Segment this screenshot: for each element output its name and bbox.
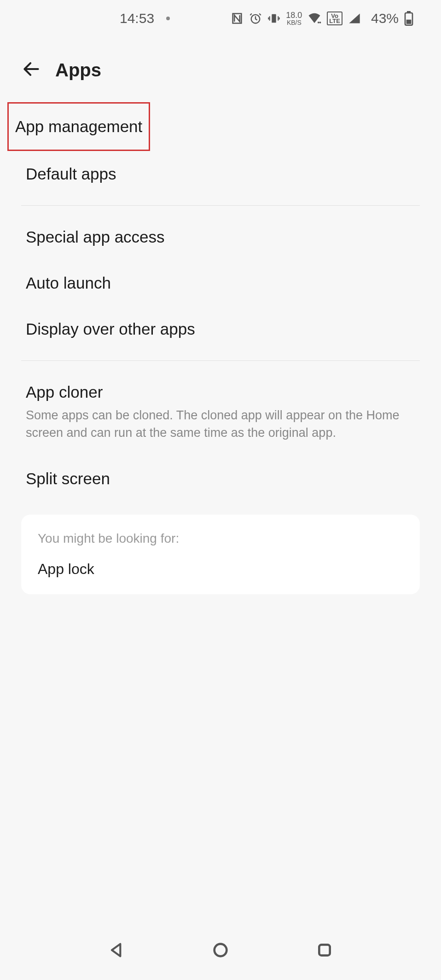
- settings-list: App management Default apps Special app …: [0, 98, 441, 599]
- list-item-app-cloner[interactable]: App cloner Some apps can be cloned. The …: [21, 369, 420, 456]
- vibrate-icon: [267, 12, 280, 25]
- list-item-subtitle: Some apps can be cloned. The cloned app …: [26, 407, 415, 442]
- battery-percent: 43%: [371, 11, 399, 26]
- signal-icon: [348, 12, 361, 24]
- svg-point-2: [318, 22, 319, 23]
- nav-back-icon[interactable]: [107, 941, 126, 959]
- status-dot-icon: [166, 17, 170, 20]
- svg-rect-5: [407, 11, 411, 13]
- battery-icon: [404, 11, 413, 26]
- svg-rect-6: [406, 20, 412, 24]
- status-bar: 14:53 18.0 KB/S VoLTE 43%: [0, 0, 441, 37]
- suggestion-card: You might be looking for: App lock: [21, 515, 420, 594]
- data-rate-indicator: 18.0 KB/S: [286, 11, 302, 26]
- list-item-label: Default apps: [26, 165, 415, 183]
- list-item-auto-launch[interactable]: Auto launch: [21, 260, 420, 306]
- volte-icon: VoLTE: [327, 12, 342, 25]
- list-item-default-apps[interactable]: Default apps: [21, 151, 420, 197]
- svg-rect-8: [319, 945, 330, 955]
- nfc-icon: [231, 12, 244, 25]
- svg-point-3: [319, 22, 321, 23]
- suggestion-item-app-lock[interactable]: App lock: [38, 561, 403, 578]
- suggestion-heading: You might be looking for:: [38, 531, 403, 546]
- list-item-label: Auto launch: [26, 274, 415, 292]
- alarm-icon: [249, 12, 262, 25]
- divider: [21, 205, 420, 206]
- list-item-label: App management: [15, 117, 142, 136]
- list-item-label: Split screen: [26, 470, 415, 488]
- list-item-app-management[interactable]: App management: [7, 102, 150, 151]
- list-item-special-app-access[interactable]: Special app access: [21, 214, 420, 260]
- wifi-icon: [308, 12, 321, 24]
- nav-recent-icon[interactable]: [315, 941, 334, 959]
- divider: [21, 360, 420, 361]
- list-item-label: App cloner: [26, 383, 415, 401]
- list-item-split-screen[interactable]: Split screen: [21, 456, 420, 502]
- navigation-bar: [0, 920, 441, 980]
- svg-rect-1: [272, 14, 276, 23]
- status-time: 14:53: [120, 11, 154, 26]
- back-arrow-icon[interactable]: [21, 59, 41, 81]
- list-item-label: Special app access: [26, 228, 415, 246]
- list-item-display-over-other-apps[interactable]: Display over other apps: [21, 306, 420, 352]
- page-title: Apps: [55, 60, 101, 81]
- svg-point-7: [215, 944, 227, 957]
- page-header: Apps: [0, 37, 441, 98]
- nav-home-icon[interactable]: [211, 941, 230, 959]
- list-item-label: Display over other apps: [26, 320, 415, 338]
